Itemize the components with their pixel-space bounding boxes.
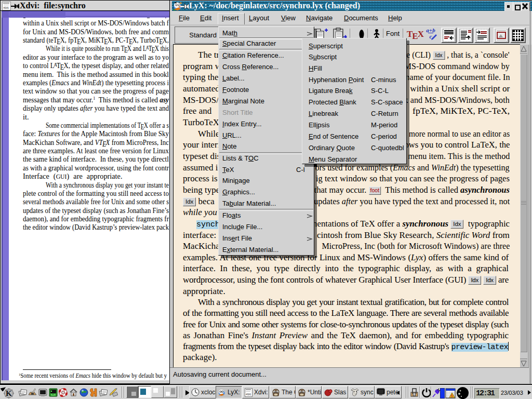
svg-text:K: K <box>6 389 12 397</box>
